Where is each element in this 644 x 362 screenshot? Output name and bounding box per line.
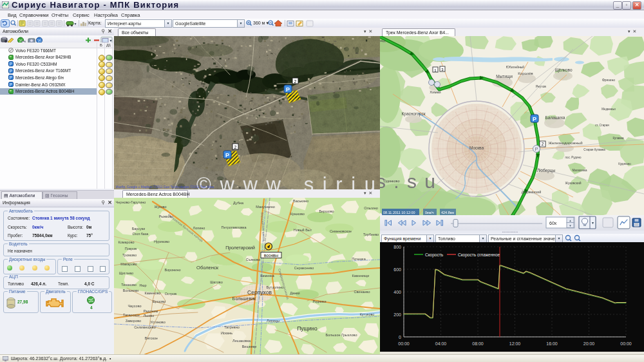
svg-text:Кутуково: Кутуково: [360, 312, 375, 316]
svg-text:Бершово: Бершово: [319, 209, 334, 213]
svg-text:Новый Быт: Новый Быт: [294, 228, 312, 232]
svg-text:Мытищи: Мытищи: [496, 74, 513, 79]
svg-text:Родники: Родники: [312, 300, 326, 303]
svg-text:Большое Грызлово: Большое Грызлово: [325, 333, 357, 337]
svg-text:Семеновское: Семеновское: [330, 229, 352, 233]
svg-text:P: P: [535, 147, 538, 151]
svg-text:Люберцы: Люберцы: [537, 168, 556, 173]
svg-text:Тинаково: Тинаково: [121, 283, 137, 287]
svg-text:00:00: 00:00: [398, 341, 410, 346]
svg-text:Красногорск: Красногорск: [401, 111, 425, 117]
svg-text:град: град: [380, 39, 386, 43]
svg-text:04:00: 04:00: [435, 341, 447, 346]
svg-text:Купавна: Купавна: [612, 137, 624, 140]
svg-text:424.8км: 424.8км: [441, 211, 454, 214]
svg-text:Сераксеево: Сераксеево: [294, 266, 314, 270]
svg-text:800: 800: [393, 245, 401, 249]
svg-text:08.11.2011 10:12:00: 08.11.2011 10:12:00: [383, 211, 415, 214]
svg-text:Балашиха: Балашиха: [545, 115, 565, 120]
svg-text:Покров: Покров: [125, 247, 137, 251]
svg-text:В004ВН: В004ВН: [264, 254, 278, 258]
svg-text:Серпухов: Серпухов: [247, 289, 272, 296]
svg-text:Реутов: Реутов: [536, 84, 546, 88]
svg-text:200: 200: [393, 312, 401, 317]
svg-text:Свинаево: Свинаево: [354, 290, 370, 294]
svg-text:Чаусово: Чаусово: [128, 304, 141, 308]
svg-text:Искань: Искань: [221, 331, 232, 335]
svg-text:s . s u: s . s u: [380, 171, 437, 192]
svg-text:Остров: Остров: [165, 292, 177, 296]
svg-text:Заворово: Заворово: [126, 319, 141, 323]
svg-text:Нюр: Нюр: [139, 283, 146, 287]
svg-text:08:00: 08:00: [472, 341, 484, 346]
svg-text:Медвежьи: Медвежьи: [601, 108, 616, 111]
svg-text:Поченка: Поченка: [352, 257, 366, 261]
svg-text:Охот.база: Охот.база: [133, 232, 149, 236]
svg-text:Пущино: Пущино: [297, 325, 317, 332]
svg-text:Дубна: Дубна: [233, 201, 244, 205]
svg-text:P: P: [10, 75, 12, 80]
svg-text:Липицы: Липицы: [267, 319, 279, 323]
svg-text:Радоним: Радоним: [144, 309, 158, 313]
svg-text:© w w w . s i r i u: © w w w . s i r i u: [196, 173, 377, 189]
svg-text:12:00: 12:00: [509, 341, 521, 346]
svg-text:16:00: 16:00: [546, 341, 558, 346]
svg-text:Устиново: Устиново: [150, 320, 165, 324]
svg-text:Нуриково: Нуриково: [154, 240, 169, 243]
svg-text:2: 2: [294, 79, 297, 84]
svg-text:Пролетарский: Пролетарский: [225, 245, 255, 251]
svg-text:Фрязино: Фрязино: [602, 78, 615, 82]
svg-text:Татарское: Татарское: [123, 313, 140, 317]
svg-text:400: 400: [393, 290, 401, 294]
svg-text:Торбеево: Торбеево: [363, 233, 379, 236]
svg-text:Ольгино: Ольгино: [364, 206, 377, 210]
svg-text:▾: ▾: [75, 22, 77, 26]
svg-text:Вольники: Вольники: [123, 289, 138, 292]
svg-text:Лыово: Лыово: [144, 314, 155, 318]
svg-text:Железнодорожный: Железнодорожный: [548, 141, 582, 145]
svg-text:Шатово: Шатово: [210, 280, 222, 284]
svg-text:P: P: [225, 152, 229, 158]
svg-text:P: P: [533, 116, 536, 122]
svg-text:600: 600: [393, 267, 401, 272]
svg-text:Данки: Данки: [290, 291, 299, 295]
svg-text:ст. Старая: ст. Старая: [595, 124, 609, 127]
svg-text:Жуково: Жуково: [154, 205, 166, 209]
svg-text:▾: ▾: [592, 221, 594, 225]
svg-text:20:00: 20:00: [583, 341, 595, 346]
svg-text:P: P: [10, 82, 12, 87]
svg-text:Дзержинский: Дзержинский: [522, 190, 542, 194]
svg-text:Черново-Гарутино: Черново-Гарутино: [116, 200, 146, 204]
svg-text:Татревно: Татревно: [224, 325, 240, 329]
svg-text:пос. Рудино: пос. Рудино: [565, 156, 582, 159]
svg-text:Вятское: Вятское: [145, 336, 158, 340]
svg-text:Манушкино: Манушкино: [256, 205, 274, 209]
svg-text:Вишняки: Вишняки: [242, 345, 257, 348]
svg-text:Большевик: Большевик: [232, 296, 256, 301]
svg-text:Барсуки: Барсуки: [132, 227, 146, 231]
svg-text:Крюково: Крюково: [290, 212, 305, 216]
svg-text:Скорость: Скорость: [425, 252, 444, 258]
svg-text:Юбилейный: Юбилейный: [506, 65, 525, 69]
svg-text:Лопино: Лопино: [193, 226, 205, 230]
svg-text:0: 0: [399, 335, 401, 339]
svg-text:Комарово: Комарово: [118, 240, 134, 244]
svg-text:2: 2: [542, 142, 544, 146]
svg-text:Петропавловка: Петропавловка: [221, 225, 247, 229]
svg-text:Королёв: Королёв: [518, 71, 533, 75]
svg-text:P: P: [10, 68, 12, 73]
svg-text:00:00: 00:00: [620, 341, 632, 346]
svg-text:Щиглево: Щиглево: [119, 271, 133, 275]
svg-text:Каменка: Каменка: [260, 274, 275, 278]
svg-text:Химки: Химки: [430, 90, 440, 94]
svg-text:Ершово: Ершово: [153, 300, 166, 303]
svg-text:Воронино: Воронино: [164, 268, 180, 272]
svg-text:Съяново: Съяново: [246, 258, 260, 262]
svg-text:2: 2: [234, 145, 237, 149]
svg-text:Щёлково: Щёлково: [554, 68, 572, 73]
svg-text:Оболенск: Оболенск: [196, 265, 219, 271]
svg-text:Кудиново: Кудиново: [618, 162, 631, 166]
svg-text:Каменово: Каменово: [144, 291, 160, 295]
svg-text:P: P: [10, 62, 12, 66]
svg-text:Лишаковка: Лишаковка: [232, 339, 251, 343]
